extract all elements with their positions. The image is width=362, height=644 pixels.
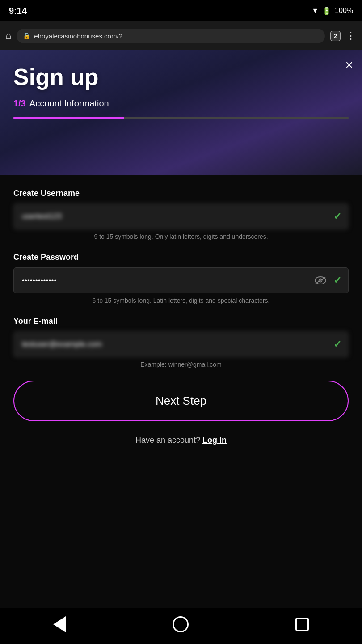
close-button[interactable]: × bbox=[345, 57, 353, 72]
next-step-button[interactable]: Next Step bbox=[13, 381, 349, 421]
back-icon bbox=[53, 616, 66, 632]
status-bar: 9:14 ▼ 🔋 100% bbox=[0, 0, 362, 21]
password-field-group: Create Password ✓ 6 to 15 symbols long. … bbox=[13, 253, 349, 304]
email-input-wrapper: ✓ bbox=[13, 331, 349, 357]
password-checkmark: ✓ bbox=[333, 275, 341, 286]
svg-line-2 bbox=[316, 277, 325, 284]
tabs-button[interactable]: 2 bbox=[330, 31, 341, 41]
recents-button[interactable] bbox=[295, 618, 309, 631]
recents-icon bbox=[295, 618, 309, 631]
progress-bar bbox=[13, 117, 349, 119]
battery-icon: 🔋 bbox=[322, 7, 331, 15]
username-field-group: Create Username ✓ 9 to 15 symbols long. … bbox=[13, 189, 349, 240]
url-text: elroyalecasinobonuses.com/? bbox=[34, 32, 122, 40]
username-input-wrapper: ✓ bbox=[13, 203, 349, 229]
signup-hero: × Sign up 1/3 Account Information bbox=[0, 50, 362, 175]
password-input[interactable] bbox=[13, 267, 349, 293]
have-account-text: Have an account? bbox=[135, 436, 200, 445]
back-button[interactable] bbox=[53, 616, 66, 632]
email-label: Your E-mail bbox=[13, 317, 349, 326]
browser-menu-icon[interactable]: ⋮ bbox=[346, 30, 357, 42]
password-input-wrapper: ✓ bbox=[13, 267, 349, 293]
username-checkmark: ✓ bbox=[333, 211, 341, 222]
status-time: 9:14 bbox=[9, 6, 27, 16]
step-info: 1/3 Account Information bbox=[13, 98, 349, 109]
battery-text: 100% bbox=[335, 7, 353, 15]
form-section: Create Username ✓ 9 to 15 symbols long. … bbox=[0, 175, 362, 608]
progress-bar-fill bbox=[13, 117, 124, 119]
login-link[interactable]: Log In bbox=[202, 436, 227, 445]
password-hint: 6 to 15 symbols long. Latin letters, dig… bbox=[13, 297, 349, 304]
status-icons: ▼ 🔋 100% bbox=[311, 7, 353, 15]
url-bar[interactable]: 🔒 elroyalecasinobonuses.com/? bbox=[17, 29, 324, 43]
email-hint: Example: winner@gmail.com bbox=[13, 361, 349, 368]
login-row: Have an account? Log In bbox=[13, 436, 349, 445]
lock-icon: 🔒 bbox=[23, 32, 30, 39]
toggle-password-button[interactable] bbox=[315, 276, 326, 284]
email-checkmark: ✓ bbox=[333, 339, 341, 350]
username-input[interactable] bbox=[13, 203, 349, 229]
username-hint: 9 to 15 symbols long. Only latin letters… bbox=[13, 233, 349, 240]
email-input[interactable] bbox=[13, 331, 349, 357]
step-label: Account Information bbox=[29, 98, 109, 109]
home-button[interactable] bbox=[173, 616, 189, 632]
nav-bar bbox=[0, 608, 362, 644]
username-label: Create Username bbox=[13, 189, 349, 198]
home-icon[interactable]: ⌂ bbox=[5, 30, 11, 42]
eye-icon bbox=[315, 276, 326, 284]
home-circle-icon bbox=[173, 616, 189, 632]
signup-title: Sign up bbox=[13, 64, 349, 90]
step-number: 1/3 bbox=[13, 98, 26, 109]
password-label: Create Password bbox=[13, 253, 349, 262]
browser-bar: ⌂ 🔒 elroyalecasinobonuses.com/? 2 ⋮ bbox=[0, 21, 362, 50]
wifi-icon: ▼ bbox=[311, 7, 319, 15]
email-field-group: Your E-mail ✓ Example: winner@gmail.com bbox=[13, 317, 349, 368]
